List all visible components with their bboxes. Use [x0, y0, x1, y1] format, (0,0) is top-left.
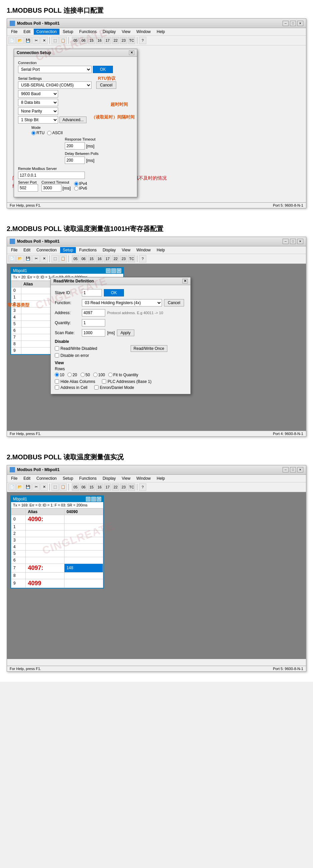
advanced-button[interactable]: Advanced... — [59, 117, 87, 123]
parity-select[interactable]: None Parity — [18, 107, 58, 115]
menu-window[interactable]: Window — [134, 29, 153, 35]
minimize-button2[interactable]: ─ — [283, 239, 289, 244]
toolbar-save[interactable]: 💾 — [24, 37, 32, 44]
maximize-button3[interactable]: □ — [290, 467, 296, 472]
menu-view[interactable]: View — [119, 29, 133, 35]
rows-100-radio[interactable] — [93, 373, 97, 377]
rows-100-label[interactable]: 100 — [93, 373, 105, 377]
menu-help[interactable]: Help — [154, 29, 168, 35]
toolbar3-num-05[interactable]: 05 — [72, 484, 79, 491]
rtu-radio[interactable] — [31, 131, 36, 135]
toolbar2-cut[interactable]: ✂ — [32, 255, 40, 262]
scanrate-input[interactable] — [82, 329, 105, 337]
rows-fit-label[interactable]: Fit to Quantity — [108, 373, 138, 377]
menu2-setup[interactable]: Setup — [60, 247, 76, 253]
toolbar3-copy[interactable]: ⬚ — [52, 484, 59, 491]
close-button2[interactable]: ✕ — [297, 239, 303, 244]
menu-display[interactable]: Display — [100, 29, 118, 35]
timeout-input[interactable] — [65, 142, 85, 150]
menu3-file[interactable]: File — [8, 475, 20, 482]
maximize-button[interactable]: □ — [290, 21, 296, 26]
toolbar-num-17[interactable]: 17 — [104, 37, 111, 44]
ipv4-radio[interactable] — [74, 182, 79, 186]
toolbar-num-06[interactable]: 06 — [80, 37, 87, 44]
menu2-help[interactable]: Help — [154, 247, 168, 253]
toolbar-num-tc[interactable]: TC — [128, 37, 135, 44]
menu3-help[interactable]: Help — [154, 475, 168, 482]
toolbar2-copy[interactable]: ⬚ — [52, 255, 59, 262]
close-button3[interactable]: ✕ — [297, 467, 303, 472]
toolbar3-paste[interactable]: 📋 — [59, 484, 67, 491]
readwrite-once-button[interactable]: Read/Write Once — [131, 345, 167, 352]
plc-addresses-label[interactable]: PLC Addresses (Base 1) — [102, 379, 151, 384]
toolbar2-save[interactable]: 💾 — [24, 255, 32, 262]
toolbar3-num-22[interactable]: 22 — [112, 484, 119, 491]
toolbar3-num-17[interactable]: 17 — [104, 484, 111, 491]
toolbar2-num-15[interactable]: 15 — [88, 255, 95, 262]
cancel-button-connection[interactable]: Cancel — [96, 82, 116, 89]
ipv6-radio-label[interactable]: IPv6 — [74, 186, 87, 191]
rw-disabled-label[interactable]: Read/Write Disabled — [55, 346, 97, 351]
address-cell-label[interactable]: Address in Cell — [55, 385, 87, 390]
enron-checkbox[interactable] — [94, 385, 98, 390]
slave-id-input[interactable] — [82, 289, 102, 297]
toolbar2-open[interactable]: 📂 — [17, 255, 24, 262]
menu2-connection[interactable]: Connection — [34, 247, 59, 253]
ok-button-connection[interactable]: OK — [93, 66, 113, 73]
address-cell-checkbox[interactable] — [55, 385, 59, 390]
toolbar3-num-06[interactable]: 06 — [80, 484, 87, 491]
menu3-edit[interactable]: Edit — [21, 475, 33, 482]
hide-alias-checkbox[interactable] — [55, 379, 59, 383]
menu-file[interactable]: File — [8, 29, 20, 35]
toolbar-num-15[interactable]: 15 — [88, 37, 95, 44]
apply-button[interactable]: Apply — [117, 330, 134, 336]
toolbar-num-16[interactable]: 16 — [96, 37, 103, 44]
menu-connection[interactable]: Connection — [34, 29, 59, 35]
function-select[interactable]: 03 Read Holding Registers (4x) — [82, 299, 162, 307]
ascii-radio-label[interactable]: ASCII — [47, 130, 62, 135]
toolbar-copy[interactable]: ⬚ — [52, 37, 59, 44]
toolbar2-paste[interactable]: 📋 — [59, 255, 67, 262]
menu2-edit[interactable]: Edit — [21, 247, 33, 253]
server-port-input[interactable] — [18, 184, 38, 192]
menu3-connection[interactable]: Connection — [34, 475, 59, 482]
toolbar2-new[interactable]: 📄 — [8, 255, 16, 262]
minimize-button3[interactable]: ─ — [283, 467, 289, 472]
quantity-input[interactable] — [82, 319, 105, 327]
inner-maximize3[interactable]: □ — [91, 497, 96, 501]
toolbar3-help[interactable]: ? — [139, 484, 146, 491]
stopbit-select[interactable]: 1 Stop Bit — [18, 116, 58, 124]
plc-addresses-checkbox[interactable] — [102, 379, 106, 383]
toolbar3-open[interactable]: 📂 — [17, 484, 24, 491]
toolbar-num-05[interactable]: 05 — [72, 37, 79, 44]
menu3-window[interactable]: Window — [134, 475, 153, 482]
menu-edit[interactable]: Edit — [21, 29, 33, 35]
rw-disabled-checkbox[interactable] — [55, 346, 59, 350]
port-select[interactable]: USB-SERIAL CH340 (COM5) — [18, 82, 91, 89]
toolbar-open[interactable]: 📂 — [17, 37, 24, 44]
toolbar-x[interactable]: ✕ — [40, 37, 48, 44]
toolbar3-num-23[interactable]: 23 — [120, 484, 127, 491]
delay-input[interactable] — [65, 157, 85, 164]
rw-cancel-button[interactable]: Cancel — [164, 299, 184, 307]
toolbar2-num-16[interactable]: 16 — [96, 255, 103, 262]
rows-50-label[interactable]: 50 — [81, 373, 90, 377]
dialog-close-connection[interactable]: ✕ — [129, 51, 134, 55]
hide-alias-label[interactable]: Hide Alias Columns — [55, 379, 95, 384]
toolbar-help[interactable]: ? — [139, 37, 146, 44]
menu3-view[interactable]: View — [119, 475, 133, 482]
toolbar3-num-tc[interactable]: TC — [128, 484, 135, 491]
inner-minimize2[interactable]: ─ — [106, 269, 111, 273]
disable-on-error-label[interactable]: Disable on error — [55, 353, 187, 358]
menu-setup[interactable]: Setup — [60, 29, 76, 35]
toolbar3-save[interactable]: 💾 — [24, 484, 32, 491]
toolbar3-cut[interactable]: ✂ — [32, 484, 40, 491]
ascii-radio[interactable] — [47, 131, 52, 135]
toolbar2-num-17[interactable]: 17 — [104, 255, 111, 262]
rows-50-radio[interactable] — [81, 373, 85, 377]
rows-10-radio[interactable] — [55, 373, 59, 377]
rw-ok-button[interactable]: OK — [104, 289, 124, 297]
inner-close3[interactable]: ✕ — [96, 497, 101, 501]
toolbar3-num-15[interactable]: 15 — [88, 484, 95, 491]
menu3-functions[interactable]: Functions — [77, 475, 99, 482]
